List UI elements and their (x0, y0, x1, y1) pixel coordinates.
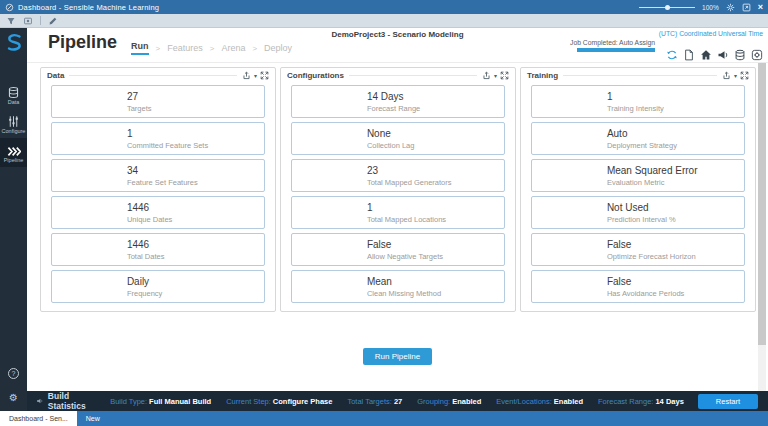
expand-icon[interactable] (500, 71, 509, 80)
filter-icon[interactable] (6, 16, 16, 26)
export-icon[interactable] (242, 71, 251, 80)
panel-configurations: Configurations ▾ 14 Days Forecast Range … (280, 67, 516, 312)
gear-icon[interactable]: ⚙ (9, 393, 18, 403)
stat-card: Daily Frequency (51, 270, 265, 303)
stat-value: Mean Squared Error (607, 165, 744, 176)
stat-label: Committed Feature Sets (127, 141, 264, 150)
sidebar-item-label: Configure (0, 128, 27, 134)
stat-value: False (607, 239, 744, 250)
sliders-icon (7, 114, 20, 127)
data-source-icon[interactable] (751, 49, 763, 61)
zoom-slider[interactable] (639, 3, 695, 11)
scrollbar-thumb[interactable] (758, 63, 766, 345)
taskbar-tab-new[interactable]: New (77, 411, 109, 426)
chevron-down-icon[interactable]: ▾ (254, 73, 257, 79)
sidebar-item-label: Pipeline (0, 157, 27, 163)
stat-value: 34 (127, 165, 264, 176)
stat-label: Feature Set Features (127, 178, 264, 187)
stat-card: Auto Deployment Strategy (531, 122, 745, 155)
stat-label: Total Mapped Generators (367, 178, 504, 187)
timezone-label: (UTC) Coordinated Universal Time (659, 30, 763, 37)
popout-icon[interactable] (742, 3, 751, 12)
breadcrumb-run[interactable]: Run (131, 41, 149, 55)
sidebar-nav: Data Configure Pipeline (0, 80, 27, 167)
vertical-scrollbar[interactable] (758, 63, 766, 391)
stat-card: Mean Clean Missing Method (291, 270, 505, 303)
stat-value: Daily (127, 276, 264, 287)
stat-value: 14 Days (367, 91, 504, 102)
breadcrumb-features[interactable]: Features (167, 43, 203, 53)
header-icons (666, 49, 763, 61)
stat-card: False Optimize Forecast Horizon (531, 233, 745, 266)
expand-icon[interactable] (260, 71, 269, 80)
stat-card: Not Used Prediction Interval % (531, 196, 745, 229)
card-list: 14 Days Forecast Range None Collection L… (281, 83, 515, 303)
chevron-down-icon[interactable]: ▾ (494, 73, 497, 79)
stat-card: Mean Squared Error Evaluation Metric (531, 159, 745, 192)
stat-label: Allow Negative Targets (367, 252, 504, 261)
stat-label: Targets (127, 104, 264, 113)
announcement-icon[interactable] (717, 49, 729, 61)
stat-value: Mean (367, 276, 504, 287)
stat-label: Frequency (127, 289, 264, 298)
titlebar: Dashboard - Sensible Machine Learning 10… (0, 0, 768, 14)
stat-value: None (367, 128, 504, 139)
settings-icon[interactable] (726, 3, 735, 12)
stat-label: Forecast Range (367, 104, 504, 113)
panel-training: Training ▾ 1 Training Intensity Auto Dep… (520, 67, 756, 312)
panel-title: Data (47, 71, 64, 80)
expand-icon[interactable] (740, 71, 749, 80)
main-area: Data Configure Pipeline ? ⚙ Pipeline Run… (0, 28, 768, 411)
breadcrumb-separator: > (210, 44, 215, 53)
breadcrumb-arena[interactable]: Arena (221, 43, 245, 53)
breadcrumb: Run>Features>Arena>Deploy (131, 41, 292, 55)
stat-value: False (367, 239, 504, 250)
panel-title: Training (527, 71, 558, 80)
sidebar: Data Configure Pipeline ? ⚙ (0, 28, 27, 411)
document-icon[interactable] (683, 49, 695, 61)
stat-card: 27 Targets (51, 85, 265, 118)
build-statistics-bar: Build Statistics Build Type:Full Manual … (27, 391, 768, 411)
stat-card: 1446 Total Dates (51, 233, 265, 266)
stat-value: 23 (367, 165, 504, 176)
status-stat: Current Step:Configure Phase (226, 397, 332, 406)
snapshot-icon[interactable] (23, 16, 33, 26)
database-icon[interactable] (734, 49, 746, 61)
stat-value: False (607, 276, 744, 287)
taskbar-tab-dashboard-sen[interactable]: Dashboard - Sen... (0, 411, 77, 426)
panel-title: Configurations (287, 71, 344, 80)
content-body: Data ▾ 27 Targets 1 Committed Feature Se… (27, 62, 768, 391)
stat-card: None Collection Lag (291, 122, 505, 155)
job-status: Job Completed: Auto Assign (525, 39, 655, 52)
sidebar-item-pipeline[interactable]: Pipeline (0, 138, 27, 167)
help-icon[interactable]: ? (8, 368, 19, 379)
stat-card: 1446 Unique Dates (51, 196, 265, 229)
run-pipeline-button[interactable]: Run Pipeline (363, 348, 432, 365)
sync-icon[interactable] (666, 49, 678, 61)
edit-icon[interactable] (48, 16, 58, 26)
home-icon[interactable] (700, 49, 712, 61)
restart-button[interactable]: Restart (698, 394, 758, 409)
app-icon (5, 3, 14, 12)
breadcrumb-deploy[interactable]: Deploy (264, 43, 292, 53)
sidebar-item-configure[interactable]: Configure (0, 109, 27, 138)
stat-card: False Allow Negative Targets (291, 233, 505, 266)
stat-value: 1446 (127, 202, 264, 213)
stat-card: 23 Total Mapped Generators (291, 159, 505, 192)
stat-label: Deployment Strategy (607, 141, 744, 150)
project-title: DemoProject3 - Scenario Modeling (27, 30, 768, 39)
stat-card: 1 Committed Feature Sets (51, 122, 265, 155)
sidebar-item-data[interactable]: Data (0, 80, 27, 109)
status-stat: Event/Locations:Enabled (496, 397, 583, 406)
app-logo (4, 32, 24, 54)
export-icon[interactable] (722, 71, 731, 80)
close-icon[interactable]: × (758, 3, 763, 12)
status-stat: Forecast Range:14 Days (598, 397, 684, 406)
export-icon[interactable] (482, 71, 491, 80)
stat-value: Auto (607, 128, 744, 139)
panel-divider (563, 75, 717, 76)
panels: Data ▾ 27 Targets 1 Committed Feature Se… (27, 63, 768, 312)
stat-label: Optimize Forecast Horizon (607, 252, 744, 261)
chevron-down-icon[interactable]: ▾ (734, 73, 737, 79)
stat-label: Evaluation Metric (607, 178, 744, 187)
